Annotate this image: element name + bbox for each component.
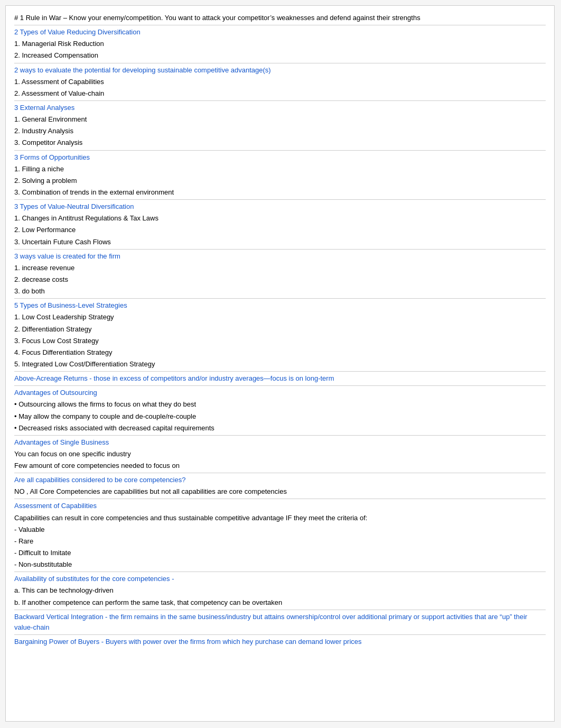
content-line: 2 Types of Value Reducing Diversificatio…	[14, 26, 546, 38]
content-line: • May allow the company to couple and de…	[14, 411, 546, 422]
content-line: - Difficult to Imitate	[14, 547, 546, 559]
content-line: 3. do both	[14, 285, 546, 297]
section-divider	[14, 499, 546, 499]
content-line: # 1 Rule in War – Know your enemy/compet…	[14, 12, 546, 24]
content-line: Above-Acreage Returns - those in excess …	[14, 373, 546, 384]
content-line: 3. Combination of trends in the external…	[14, 187, 546, 198]
content-line: 2. decrease costs	[14, 274, 546, 285]
section-divider	[14, 610, 546, 610]
main-content: # 1 Rule in War – Know your enemy/compet…	[5, 5, 555, 722]
section-divider	[14, 371, 546, 372]
content-line: Capabilities can result in core competen…	[14, 512, 546, 524]
content-line: 3. Uncertain Future Cash Flows	[14, 236, 546, 248]
content-line: 2. Assessment of Value-chain	[14, 88, 546, 99]
content-line: NO , All Core Competencies are capabilit…	[14, 486, 546, 497]
section-divider	[14, 25, 546, 25]
content-line: 1. Assessment of Capabilities	[14, 76, 546, 88]
section-divider	[14, 572, 546, 572]
content-line: 1. General Environment	[14, 114, 546, 125]
content-line: • Decreased risks associated with decrea…	[14, 422, 546, 434]
section-divider	[14, 199, 546, 200]
content-line: 3. Competitor Analysis	[14, 137, 546, 149]
section-divider	[14, 634, 546, 635]
content-line: - Valuable	[14, 524, 546, 536]
content-line: b. If another competence can perform the…	[14, 597, 546, 609]
section-divider	[14, 100, 546, 101]
content-line: 2. Industry Analysis	[14, 125, 546, 137]
content-line: 1. Changes in Antitrust Regulations & Ta…	[14, 213, 546, 224]
content-line: 4. Focus Differentiation Strategy	[14, 347, 546, 358]
content-line: 2. Differentiation Strategy	[14, 324, 546, 335]
content-line: 3. Focus Low Cost Strategy	[14, 335, 546, 347]
content-line: 3 Types of Value-Neutral Diversification	[14, 201, 546, 213]
section-divider	[14, 435, 546, 436]
content-line: 3 Forms of Opportunities	[14, 152, 546, 163]
content-line: Availability of substitutes for the core…	[14, 573, 546, 585]
section-divider	[14, 473, 546, 473]
content-line: Assessment of Capabilities	[14, 500, 546, 512]
content-line: 1. Filling a niche	[14, 163, 546, 175]
content-line: Are all capabilities considered to be co…	[14, 474, 546, 486]
content-line: • Outsourcing allows the firms to focus …	[14, 399, 546, 410]
section-divider	[14, 385, 546, 386]
content-line: You can focus on one specific industry	[14, 448, 546, 460]
content-line: 1. Managerial Risk Reduction	[14, 38, 546, 50]
content-line: Advantages of Outsourcing	[14, 387, 546, 399]
content-line: 2. Low Performance	[14, 224, 546, 236]
section-divider	[14, 150, 546, 151]
content-line: 2 ways to evaluate the potential for dev…	[14, 64, 546, 76]
content-line: 2. Increased Compensation	[14, 50, 546, 61]
content-line: Advantages of Single Business	[14, 437, 546, 448]
content-line: - Rare	[14, 536, 546, 547]
content-line: a. This can be technology-driven	[14, 585, 546, 596]
section-divider	[14, 298, 546, 299]
content-line: Few amount of core competencies needed t…	[14, 460, 546, 472]
section-divider	[14, 63, 546, 63]
content-line: 2. Solving a problem	[14, 175, 546, 187]
content-line: 1. increase revenue	[14, 262, 546, 274]
content-line: 3 ways value is created for the firm	[14, 251, 546, 262]
content-line: 1. Low Cost Leadership Strategy	[14, 311, 546, 323]
content-line: 5. Integrated Low Cost/Differentiation S…	[14, 358, 546, 370]
section-divider	[14, 249, 546, 250]
content-line: Bargaining Power of Buyers - Buyers with…	[14, 636, 546, 648]
content-line: - Non-substitutable	[14, 559, 546, 570]
content-line: 3 External Analyses	[14, 102, 546, 114]
content-line: Backward Vertical Integration - the firm…	[14, 611, 546, 633]
content-line: 5 Types of Business-Level Strategies	[14, 300, 546, 311]
